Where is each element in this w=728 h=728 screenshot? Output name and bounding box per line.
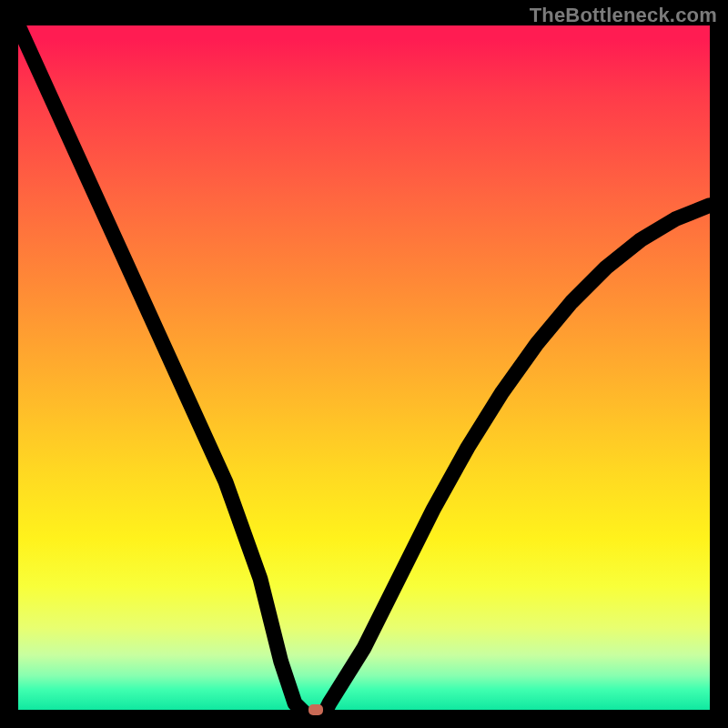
minimum-marker	[308, 704, 323, 715]
watermark-text: TheBottleneck.com	[530, 4, 717, 27]
chart-frame: TheBottleneck.com	[0, 0, 728, 728]
curve-path	[18, 25, 710, 717]
plot-area	[18, 25, 710, 710]
bottleneck-curve	[18, 25, 710, 717]
